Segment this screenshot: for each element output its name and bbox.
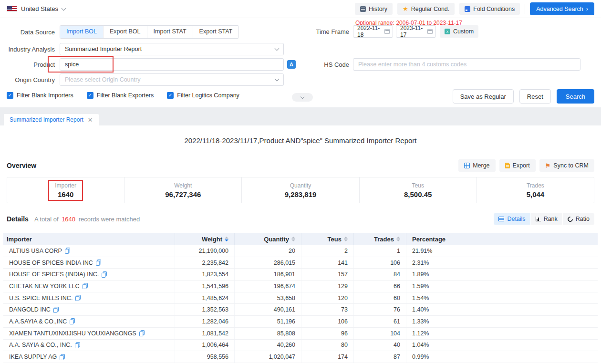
view-switcher: Details Rank Ratio — [494, 213, 594, 225]
country-selector[interactable]: United States — [7, 5, 65, 12]
weight-cell: 1,081,542 — [175, 328, 235, 339]
importer-name: A.A.SAYIA & CO.,INC — [9, 318, 67, 325]
stat-value: 96,727,346 — [165, 190, 201, 198]
importer-name: XIAMEN TANTUXINXIJISHU YOUXIANGONGS — [9, 330, 136, 337]
industry-analysis-value: Summarized Importer Report — [65, 46, 142, 52]
regular-cond-button[interactable]: ★ Regular Cond. — [397, 3, 455, 15]
importer-name: IKEA SUPPLY AG — [9, 354, 57, 360]
column-header-trades[interactable]: Trades — [354, 233, 406, 245]
percentage-cell: 1.54% — [406, 292, 598, 304]
table-header-row: Importer Weight Quantity Teus Trades Per… — [3, 233, 598, 245]
trades-cell: 76 — [354, 304, 406, 315]
collapse-filters-button[interactable] — [292, 93, 313, 102]
stat-label: Trades — [527, 182, 544, 189]
table-row: DANGOLD INC 1,352,563 490,161 73 76 1.40… — [3, 304, 598, 316]
copy-icon[interactable] — [75, 342, 80, 348]
quantity-cell: 53,658 — [235, 292, 301, 304]
copy-icon[interactable] — [96, 260, 101, 266]
column-label: Weight — [202, 236, 222, 243]
merge-icon — [464, 163, 470, 168]
quantity-cell: 85,808 — [235, 328, 301, 339]
copy-icon[interactable] — [53, 307, 59, 313]
origin-country-label: Origin Country — [0, 76, 60, 83]
filter-blank-exporters-label: Filter Blank Exporters — [97, 92, 154, 99]
stat-value: 9,283,819 — [285, 190, 317, 198]
teus-cell: 106 — [301, 316, 354, 327]
percentage-cell: 21.91% — [406, 245, 598, 257]
industry-analysis-select[interactable]: Summarized Importer Report — [60, 43, 284, 55]
origin-country-select[interactable]: Please select Origin Country — [60, 73, 284, 86]
translate-icon[interactable]: A — [287, 60, 296, 69]
merge-button[interactable]: Merge — [458, 159, 495, 172]
match-prefix: A total of — [34, 216, 59, 223]
hs-code-input[interactable] — [353, 58, 580, 71]
checkbox-checked-icon: ✓ — [7, 92, 13, 99]
advanced-search-button[interactable]: Advanced Search › — [530, 2, 594, 15]
column-header-quantity[interactable]: Quantity — [235, 233, 301, 245]
column-label: Trades — [374, 236, 394, 243]
overview-stats-card: Importer 1640 Weight 96,727,346 Quantity… — [7, 177, 594, 203]
copy-icon[interactable] — [83, 283, 88, 289]
copy-icon[interactable] — [65, 248, 70, 254]
date-to-input[interactable]: 2023-11-17 — [396, 25, 436, 38]
match-summary: A total of 1640 records were matched — [34, 216, 140, 223]
trades-cell: 61 — [354, 316, 406, 327]
column-header-teus[interactable]: Teus — [301, 233, 354, 245]
sort-icon — [396, 237, 400, 241]
export-button[interactable]: Export — [499, 159, 536, 172]
trades-cell: 87 — [354, 351, 406, 363]
table-row: HOUSE OF SPICES INDIA INC 2,235,842 286,… — [3, 257, 598, 269]
divider — [525, 4, 525, 14]
copy-icon[interactable] — [75, 295, 81, 301]
percentage-cell: 0.99% — [406, 351, 598, 363]
view-tab-ratio[interactable]: Ratio — [563, 213, 594, 225]
tab-summarized-importer-report[interactable]: Summarized Importer Report ✕ — [4, 114, 99, 125]
close-icon[interactable]: ✕ — [88, 117, 93, 123]
copy-icon[interactable] — [70, 318, 75, 324]
view-tab-details[interactable]: Details — [494, 213, 530, 225]
column-header-importer: Importer — [3, 233, 175, 245]
history-button[interactable]: History — [355, 3, 393, 15]
tab-export-stat[interactable]: Export STAT — [193, 26, 239, 38]
copy-icon[interactable] — [102, 271, 107, 278]
stat-label: Importer — [55, 182, 76, 189]
copy-icon[interactable] — [139, 330, 145, 336]
sync-to-crm-button[interactable]: ⚑ Sync to CRM — [539, 159, 594, 172]
details-heading: Details — [7, 215, 29, 223]
date-from-input[interactable]: 2022-11-18 — [353, 25, 393, 38]
view-tab-rank[interactable]: Rank — [531, 213, 562, 225]
history-label: History — [369, 6, 387, 12]
overview-heading: Overview — [7, 162, 36, 169]
result-tab-strip: Summarized Importer Report ✕ — [0, 107, 601, 125]
tab-import-stat[interactable]: Import STAT — [147, 26, 193, 38]
teus-cell: 141 — [301, 257, 354, 269]
quantity-cell: 1,020,047 — [235, 351, 301, 363]
tab-export-bol[interactable]: Export BOL — [103, 26, 147, 38]
teus-cell: 73 — [301, 304, 354, 315]
reset-button[interactable]: Reset — [519, 89, 551, 104]
sort-icon — [225, 237, 228, 241]
custom-range-button[interactable]: x Custom — [440, 25, 478, 38]
filter-logistics-company-checkbox[interactable]: ✓ Filter Logitics Company — [167, 92, 239, 99]
stat-quantity: Quantity 9,283,819 — [241, 177, 359, 203]
importer-name: A.A. SAYIA & CO., INC. — [9, 342, 72, 348]
filter-blank-exporters-checkbox[interactable]: ✓ Filter Blank Exporters — [87, 92, 154, 99]
table-row: U.S. SPICE MILLS INC. 1,485,624 53,658 1… — [3, 292, 598, 304]
filter-blank-importers-checkbox[interactable]: ✓ Filter Blank Importers — [7, 92, 73, 99]
copy-icon[interactable] — [60, 354, 65, 360]
stat-importer: Importer 1640 — [7, 177, 124, 203]
product-input[interactable] — [60, 58, 284, 71]
trades-cell: 106 — [354, 257, 406, 269]
date-from-value: 2022-11-18 — [357, 25, 384, 38]
table-row: A.A.SAYIA & CO.,INC 1,282,046 51,196 106… — [3, 316, 598, 328]
tab-import-bol[interactable]: Import BOL — [60, 26, 103, 38]
search-button[interactable]: Search — [557, 89, 594, 104]
save-as-regular-button[interactable]: Save as Regular — [453, 89, 514, 104]
fold-conditions-button[interactable]: Fold Conditions — [459, 3, 520, 15]
weight-cell: 1,541,596 — [175, 281, 235, 292]
column-label: Teus — [328, 236, 342, 243]
top-bar: United States History ★ Regular Cond. Fo… — [0, 0, 601, 18]
trades-cell: 84 — [354, 269, 406, 280]
column-header-weight[interactable]: Weight — [175, 233, 235, 245]
sync-to-crm-label: Sync to CRM — [553, 162, 589, 169]
